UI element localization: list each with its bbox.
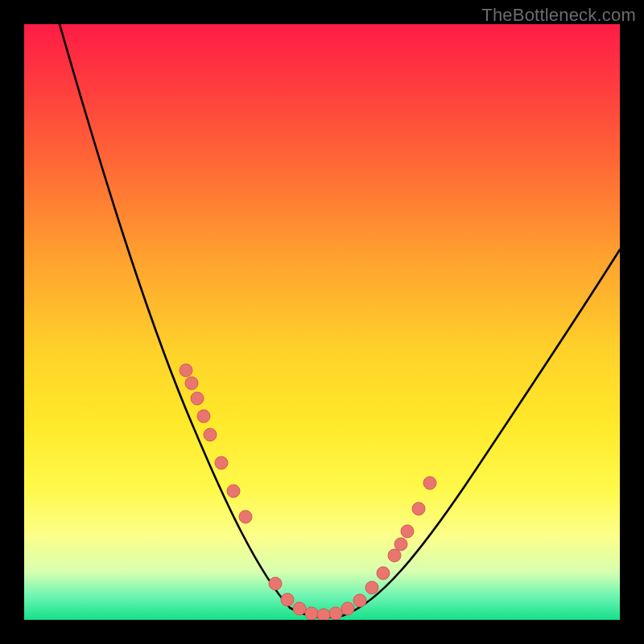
data-marker (281, 593, 294, 606)
data-marker (215, 456, 228, 469)
data-marker (423, 477, 436, 489)
marker-group-left (180, 364, 252, 523)
data-marker (269, 577, 282, 590)
data-marker (412, 502, 425, 515)
curve-layer (24, 24, 620, 620)
marker-group-bottom (269, 577, 366, 620)
data-marker (317, 609, 330, 620)
data-marker (185, 377, 198, 390)
watermark-text: TheBottleneck.com (481, 5, 636, 26)
plot-area (24, 24, 620, 620)
data-marker (341, 602, 354, 615)
data-marker (377, 567, 390, 580)
data-marker (227, 485, 240, 497)
bottleneck-curve (60, 24, 620, 617)
data-marker (191, 392, 204, 405)
data-marker (204, 428, 217, 441)
data-marker (365, 581, 378, 594)
data-marker (239, 510, 252, 523)
data-marker (329, 607, 342, 620)
data-marker (305, 607, 318, 620)
data-marker (293, 602, 306, 615)
data-marker (388, 549, 401, 562)
chart-frame: TheBottleneck.com (0, 0, 644, 644)
marker-group-right (365, 477, 436, 594)
data-marker (394, 538, 407, 551)
data-marker (353, 594, 366, 607)
data-marker (401, 525, 414, 538)
data-marker (197, 410, 210, 423)
data-marker (180, 364, 192, 377)
